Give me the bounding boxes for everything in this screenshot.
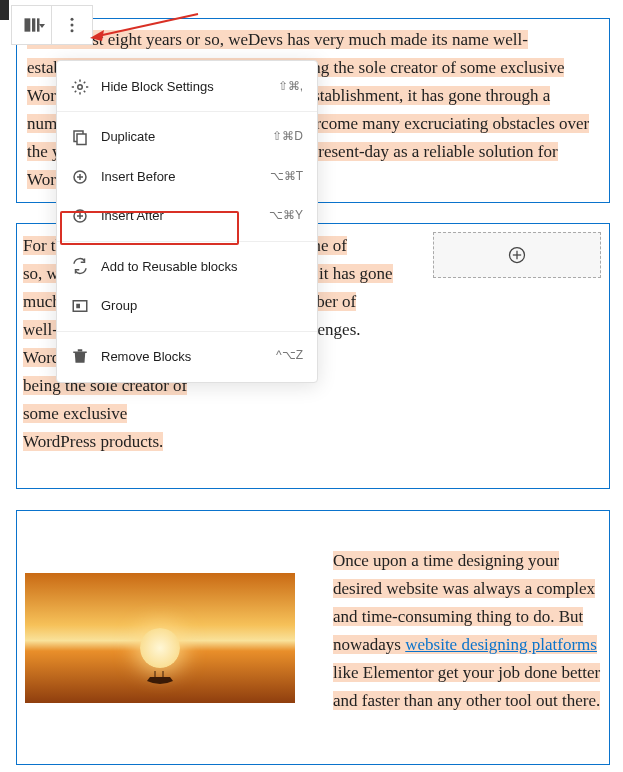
menu-insert-before[interactable]: Insert Before ⌥⌘T xyxy=(57,157,317,196)
more-options-button[interactable] xyxy=(52,6,92,44)
menu-shortcut: ⌥⌘Y xyxy=(269,206,303,226)
menu-label: Insert Before xyxy=(101,166,175,187)
menu-separator xyxy=(57,241,317,242)
reusable-icon xyxy=(71,257,89,275)
menu-duplicate[interactable]: Duplicate ⇧⌘D xyxy=(57,117,317,156)
media-text-content[interactable]: Once upon a time designing your desired … xyxy=(333,547,601,715)
svg-rect-19 xyxy=(78,350,83,352)
menu-group[interactable]: Group xyxy=(57,286,317,325)
svg-rect-1 xyxy=(32,18,35,31)
menu-remove-blocks[interactable]: Remove Blocks ^⌥Z xyxy=(57,337,317,376)
gear-icon xyxy=(71,78,89,96)
insert-before-icon xyxy=(71,168,89,186)
svg-point-5 xyxy=(71,29,74,32)
boat-graphic xyxy=(145,671,175,685)
menu-label: Group xyxy=(101,295,137,316)
svg-rect-18 xyxy=(76,304,80,309)
insert-after-icon xyxy=(71,207,89,225)
menu-shortcut: ⇧⌘, xyxy=(278,77,303,97)
group-icon xyxy=(71,297,89,315)
menu-insert-after[interactable]: Insert After ⌥⌘Y xyxy=(57,196,317,235)
ellipsis-icon xyxy=(62,15,82,35)
trash-icon xyxy=(71,347,89,365)
menu-shortcut: ⌥⌘T xyxy=(270,167,303,187)
add-block-appender[interactable] xyxy=(433,232,601,278)
sun-graphic xyxy=(140,628,180,668)
sunset-image xyxy=(25,573,295,703)
plus-circle-icon xyxy=(507,245,527,265)
menu-hide-block-settings[interactable]: Hide Block Settings ⇧⌘, xyxy=(57,67,317,106)
menu-separator xyxy=(57,111,317,112)
menu-label: Duplicate xyxy=(101,126,155,147)
svg-rect-10 xyxy=(77,134,86,145)
menu-label: Add to Reusable blocks xyxy=(101,256,238,277)
chevron-down-icon xyxy=(39,24,45,28)
menu-shortcut: ^⌥Z xyxy=(276,346,303,366)
duplicate-icon xyxy=(71,128,89,146)
website-designing-link[interactable]: website designing platforms xyxy=(405,635,597,654)
block-options-menu: Hide Block Settings ⇧⌘, Duplicate ⇧⌘D In… xyxy=(56,60,318,383)
svg-point-8 xyxy=(78,84,83,89)
svg-point-3 xyxy=(71,18,74,21)
block-toolbar xyxy=(11,5,93,45)
window-edge xyxy=(0,0,9,20)
menu-label: Hide Block Settings xyxy=(101,76,214,97)
svg-rect-20 xyxy=(73,352,87,354)
media-image[interactable] xyxy=(25,573,295,703)
menu-label: Insert After xyxy=(101,205,164,226)
svg-point-4 xyxy=(71,24,74,27)
menu-shortcut: ⇧⌘D xyxy=(272,127,303,147)
paragraph-text: Once upon a time designing your desired … xyxy=(333,547,601,715)
svg-rect-0 xyxy=(24,18,30,31)
media-text-block[interactable]: Once upon a time designing your desired … xyxy=(16,510,610,765)
menu-add-reusable[interactable]: Add to Reusable blocks xyxy=(57,247,317,286)
change-layout-button[interactable] xyxy=(12,6,52,44)
menu-separator xyxy=(57,331,317,332)
menu-label: Remove Blocks xyxy=(101,346,191,367)
